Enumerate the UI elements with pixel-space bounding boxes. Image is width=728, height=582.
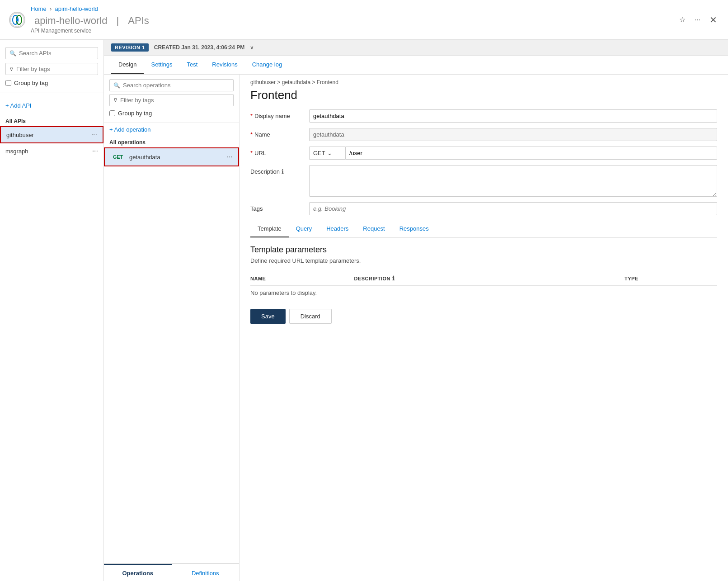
sub-tab-query[interactable]: Query — [289, 221, 319, 237]
tags-input[interactable] — [309, 202, 717, 215]
breadcrumb-home[interactable]: Home — [31, 5, 47, 12]
tab-revisions[interactable]: Revisions — [205, 56, 244, 74]
name-label: * Name — [250, 128, 309, 138]
ops-tab-definitions[interactable]: Definitions — [172, 564, 240, 581]
tags-label: Tags — [250, 202, 309, 212]
more-options-button[interactable]: ··· — [693, 14, 702, 26]
url-label: * URL — [250, 147, 309, 156]
display-name-input[interactable] — [309, 109, 717, 123]
all-operations-label: All operations — [104, 137, 239, 147]
ops-detail-split: 🔍 ⊽ Group by tag + Add operation All — [104, 75, 728, 581]
display-name-row: * Display name — [250, 109, 717, 123]
detail-panel: githubuser > getauthdata > Frontend Fron… — [240, 75, 728, 581]
url-method-select[interactable]: GET ⌄ — [309, 147, 345, 160]
favorite-button[interactable]: ☆ — [677, 14, 687, 26]
group-by-tag-row: Group by tag — [5, 80, 98, 86]
top-header: Home › apim-hello-world apim-hello-world… — [0, 0, 728, 40]
sub-tab-request[interactable]: Request — [356, 221, 392, 237]
header-actions: ☆ ··· ✕ — [677, 13, 719, 27]
tab-changelog[interactable]: Change log — [245, 56, 290, 74]
ops-search-container: 🔍 — [109, 79, 234, 91]
description-row: Description ℹ — [250, 165, 717, 197]
subtitle: API Management service — [31, 28, 677, 34]
revision-info: CREATED Jan 31, 2023, 4:06:24 PM — [154, 44, 245, 51]
api-item-githubuser[interactable]: githubuser ··· — [0, 126, 103, 143]
sub-tab-headers[interactable]: Headers — [319, 221, 356, 237]
ops-filter-container: ⊽ — [109, 94, 234, 106]
chevron-down-icon: ⌄ — [327, 150, 332, 156]
svg-point-3 — [16, 19, 19, 21]
group-by-tag-label: Group by tag — [14, 80, 48, 86]
api-item-msgraph[interactable]: msgraph ··· — [0, 143, 103, 159]
required-star: * — [250, 150, 253, 156]
name-input[interactable] — [309, 128, 717, 141]
filter-icon: ⊽ — [9, 66, 14, 72]
col-info-icon[interactable]: ℹ — [392, 275, 395, 282]
filter-ops-tags-input[interactable] — [120, 97, 230, 104]
ops-search-icon: 🔍 — [113, 82, 120, 89]
save-button[interactable]: Save — [250, 309, 286, 324]
tab-design[interactable]: Design — [111, 56, 144, 74]
detail-breadcrumb: githubuser > getauthdata > Frontend — [250, 75, 717, 88]
op-more-button[interactable]: ··· — [227, 153, 233, 161]
template-params-desc: Define required URL template parameters. — [250, 257, 717, 264]
tab-test[interactable]: Test — [179, 56, 205, 74]
content-area: REVISION 1 CREATED Jan 31, 2023, 4:06:24… — [104, 40, 728, 581]
description-label: Description ℹ — [250, 165, 309, 175]
detail-title: Frontend — [250, 88, 717, 102]
sidebar-filter-container: ⊽ — [5, 63, 98, 75]
ops-bottom-tabs: Operations Definitions — [104, 563, 239, 581]
ops-group-by-tag-label: Group by tag — [118, 110, 152, 117]
app-icon — [9, 12, 25, 28]
op-item-getauthdata[interactable]: GET getauthdata ··· — [104, 147, 239, 166]
api-item-more-button[interactable]: ··· — [92, 147, 98, 155]
ops-filter-icon: ⊽ — [113, 97, 117, 104]
discard-button[interactable]: Discard — [289, 309, 332, 324]
search-apis-input[interactable] — [19, 50, 94, 57]
breadcrumb: Home › apim-hello-world — [31, 5, 677, 12]
info-icon[interactable]: ℹ — [282, 168, 284, 175]
empty-params-message: No parameters to display. — [250, 286, 717, 300]
api-item-name: msgraph — [5, 148, 92, 155]
detail-actions: Save Discard — [250, 309, 717, 331]
sub-tab-responses[interactable]: Responses — [392, 221, 436, 237]
tab-bar: Design Settings Test Revisions Change lo… — [104, 56, 728, 75]
revision-badge: REVISION 1 — [111, 43, 149, 52]
ops-tab-operations[interactable]: Operations — [104, 564, 172, 581]
api-item-more-button[interactable]: ··· — [91, 131, 97, 139]
ops-list: GET getauthdata ··· — [104, 147, 239, 563]
tab-settings[interactable]: Settings — [144, 56, 179, 74]
col-type: TYPE — [625, 271, 717, 286]
op-method-badge: GET — [110, 153, 126, 161]
search-operations-input[interactable] — [123, 82, 230, 89]
breadcrumb-service[interactable]: apim-hello-world — [55, 5, 98, 12]
add-api-button[interactable]: + Add API — [5, 100, 98, 111]
params-table: NAME DESCRIPTION ℹ TYPE No parameters to… — [250, 271, 717, 300]
title-area: Home › apim-hello-world apim-hello-world… — [31, 5, 677, 34]
empty-params-row: No parameters to display. — [250, 286, 717, 300]
url-group: GET ⌄ — [309, 147, 717, 160]
sidebar-search-container: 🔍 — [5, 47, 98, 59]
description-textarea[interactable] — [309, 165, 717, 197]
revision-dropdown-button[interactable]: ∨ — [250, 44, 254, 51]
group-by-tag-checkbox[interactable] — [5, 80, 11, 86]
required-star: * — [250, 113, 253, 119]
add-operation-button[interactable]: + Add operation — [104, 123, 239, 137]
filter-tags-input[interactable] — [16, 66, 94, 72]
col-description: DESCRIPTION ℹ — [354, 271, 625, 286]
sub-tab-bar: Template Query Headers Request Responses — [250, 221, 717, 238]
sidebar-divider — [0, 93, 103, 93]
display-name-label: * Display name — [250, 109, 309, 119]
sub-tab-template[interactable]: Template — [250, 221, 289, 237]
ops-group-by-tag-checkbox[interactable] — [109, 110, 115, 116]
op-name: getauthdata — [129, 154, 227, 161]
ops-panel: 🔍 ⊽ Group by tag + Add operation All — [104, 75, 240, 581]
ops-group-by-tag-row: Group by tag — [109, 109, 234, 118]
ops-toolbar: 🔍 ⊽ Group by tag — [104, 75, 239, 123]
revision-bar: REVISION 1 CREATED Jan 31, 2023, 4:06:24… — [104, 40, 728, 56]
tags-row: Tags — [250, 202, 717, 215]
url-path-input[interactable] — [345, 147, 717, 160]
url-method-value: GET — [313, 150, 325, 156]
api-item-name: githubuser — [6, 132, 91, 138]
close-button[interactable]: ✕ — [708, 13, 719, 27]
